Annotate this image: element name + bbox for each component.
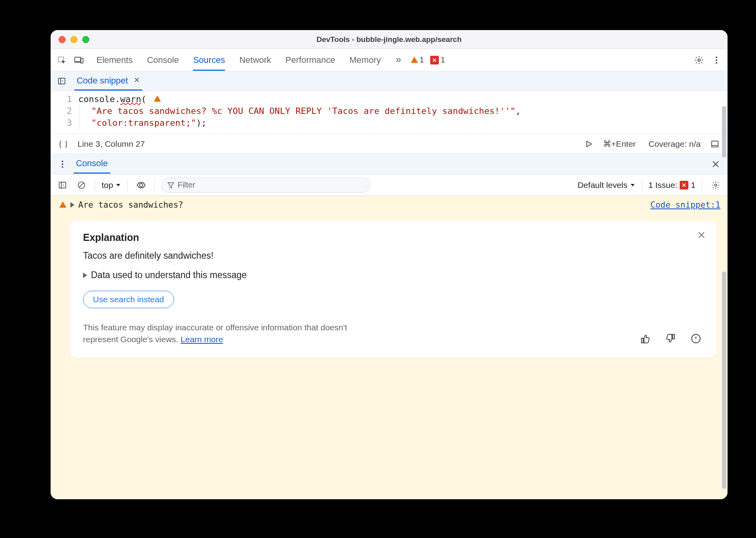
clear-console-icon[interactable] [74, 178, 89, 192]
card-disclaimer: This feature may display inaccurate or o… [83, 322, 384, 346]
console-toolbar: top Filter Default levels 1 Issue: ✕ 1 [51, 174, 728, 196]
run-hint: ⌘+Enter [603, 139, 636, 149]
svg-point-6 [716, 62, 717, 64]
console-sidebar-icon[interactable] [55, 178, 70, 192]
svg-rect-1 [75, 57, 81, 61]
drawer-tab-console[interactable]: Console [74, 154, 110, 174]
show-navigator-icon[interactable] [55, 74, 69, 88]
svg-point-9 [62, 161, 63, 162]
separator [702, 180, 702, 191]
svg-point-5 [716, 59, 717, 61]
zoom-window-button[interactable] [82, 36, 89, 43]
console-settings-icon[interactable] [709, 178, 723, 192]
scrollbar[interactable] [722, 106, 726, 157]
cursor-position: Line 3, Column 27 [77, 139, 145, 149]
editor-tab-code-snippet[interactable]: Code snippet [74, 72, 142, 91]
issues-count: 1 [691, 180, 696, 190]
panel-tabs: Elements Console Sources Network Perform… [96, 49, 381, 71]
tab-sources[interactable]: Sources [193, 49, 225, 71]
tab-console[interactable]: Console [147, 49, 179, 71]
tab-elements[interactable]: Elements [96, 49, 133, 71]
drawer-header: Console [51, 154, 728, 174]
thumbs-up-icon[interactable] [638, 332, 652, 346]
close-window-button[interactable] [59, 36, 66, 43]
lint-warning-icon[interactable] [154, 95, 161, 102]
chevron-down-icon [630, 182, 635, 188]
log-levels-selector[interactable]: Default levels [578, 180, 635, 190]
show-debugger-icon[interactable] [708, 137, 722, 151]
select-element-icon[interactable] [55, 53, 69, 67]
kebab-menu-icon[interactable] [709, 53, 724, 67]
svg-point-14 [140, 184, 143, 187]
window-title: DevTools - bubble-jingle.web.app/search [51, 35, 728, 44]
filter-icon [167, 182, 174, 189]
code-line: console.warn( [78, 93, 716, 105]
line-gutter: 1 2 3 [51, 93, 78, 129]
log-levels-label: Default levels [578, 180, 627, 190]
overflow-tabs-icon[interactable] [391, 53, 405, 67]
settings-icon[interactable] [692, 53, 706, 67]
drawer-menu-icon[interactable] [55, 157, 70, 171]
pretty-print-icon[interactable]: { } [56, 137, 70, 151]
line-number: 1 [51, 93, 72, 105]
window-controls [59, 36, 89, 43]
warnings-count: 1 [420, 55, 424, 64]
separator [155, 180, 155, 191]
errors-count: 1 [440, 55, 445, 64]
tab-network[interactable]: Network [239, 49, 271, 71]
tab-memory[interactable]: Memory [350, 49, 381, 71]
card-details-label: Data used to understand this message [91, 270, 247, 280]
line-number: 2 [51, 105, 72, 117]
svg-point-4 [716, 57, 717, 58]
separator [642, 180, 642, 191]
close-card-icon[interactable] [697, 230, 705, 241]
editor-tab-label: Code snippet [77, 76, 128, 86]
card-body: Tacos are definitely sandwiches! [83, 250, 703, 261]
svg-rect-8 [712, 141, 718, 147]
card-details-toggle[interactable]: Data used to understand this message [83, 270, 703, 280]
coverage-status: Coverage: n/a [648, 139, 701, 149]
tab-performance[interactable]: Performance [285, 49, 335, 71]
separator [127, 180, 128, 191]
code-editor[interactable]: 1 2 3 console.warn( "Are tacos sandwiche… [51, 91, 728, 134]
close-drawer-icon[interactable] [709, 157, 723, 171]
line-number: 3 [51, 117, 72, 129]
card-title: Explanation [83, 232, 703, 243]
warning-icon [411, 57, 418, 63]
svg-point-10 [62, 163, 63, 165]
scrollbar[interactable] [722, 271, 726, 489]
warning-icon [59, 201, 66, 208]
code-content[interactable]: console.warn( "Are tacos sandwiches? %c … [78, 93, 728, 129]
warnings-badge[interactable]: 1 [408, 55, 424, 64]
report-icon[interactable] [689, 332, 703, 346]
expand-icon [83, 273, 87, 278]
thumbs-down-icon[interactable] [663, 332, 678, 346]
code-line: "color:transparent;"); [78, 117, 716, 129]
issues-counter[interactable]: 1 Issue: ✕ 1 [648, 180, 696, 190]
learn-more-link[interactable]: Learn more [181, 335, 223, 344]
error-icon: ✕ [680, 181, 688, 189]
issues-label: 1 Issue: [648, 180, 678, 190]
filter-placeholder: Filter [178, 180, 195, 189]
log-source-link[interactable]: Code snippet:1 [650, 200, 720, 210]
context-selector[interactable]: top [102, 180, 121, 190]
run-snippet-icon[interactable] [582, 137, 596, 151]
device-toolbar-icon[interactable] [72, 53, 86, 67]
editor-tabbar: Code snippet [51, 71, 728, 91]
use-search-button[interactable]: Use search instead [83, 291, 174, 308]
errors-badge[interactable]: ✕ 1 [430, 55, 445, 64]
minimize-window-button[interactable] [70, 36, 77, 43]
chevron-down-icon [115, 182, 121, 188]
live-expression-icon[interactable] [134, 178, 148, 192]
log-message: Are tacos sandwiches? [78, 200, 646, 210]
error-icon: ✕ [430, 56, 439, 64]
close-tab-icon[interactable] [134, 76, 140, 85]
titlebar: DevTools - bubble-jingle.web.app/search [51, 30, 728, 49]
expand-icon[interactable] [70, 202, 74, 208]
svg-rect-7 [59, 78, 65, 84]
filter-input[interactable]: Filter [161, 178, 370, 193]
feedback-controls [638, 332, 703, 346]
code-line: "Are tacos sandwiches? %c YOU CAN ONLY R… [78, 105, 716, 117]
console-warning-row[interactable]: Are tacos sandwiches? Code snippet:1 [51, 196, 728, 213]
devtools-window: DevTools - bubble-jingle.web.app/search … [51, 30, 728, 499]
